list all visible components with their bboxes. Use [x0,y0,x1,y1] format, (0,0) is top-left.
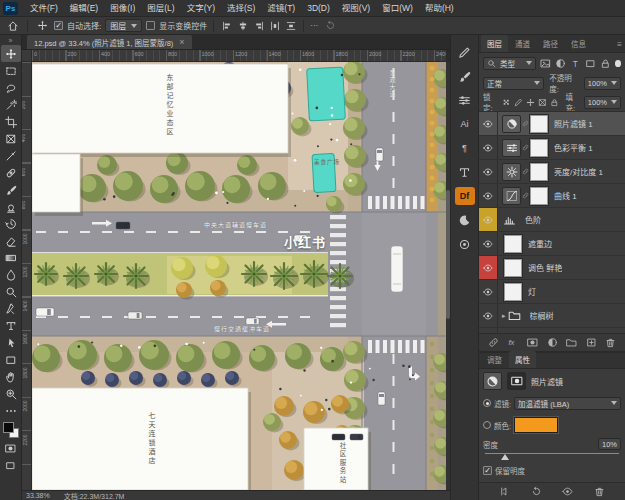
preserve-luminosity-checkbox[interactable]: ✓ [483,466,492,475]
tab-properties[interactable]: 属性 [509,351,536,368]
pen-tool[interactable] [1,300,21,317]
menu-7[interactable]: 滤镜(T) [261,0,301,17]
layer-row[interactable]: 曲线 1 [479,184,625,208]
marquee-tool[interactable] [1,62,21,79]
layer-thumbnail[interactable] [504,283,522,301]
layer-visibility-eye-icon[interactable] [479,184,498,207]
warming-filter-dropdown[interactable]: 加温滤镜 (LBA) [514,397,621,410]
panel-menu-icon[interactable]: ≡ [617,40,622,49]
lasso-tool[interactable] [1,79,21,96]
menu-10[interactable]: 窗口(W) [376,0,419,17]
foreground-color-swatch[interactable] [3,422,14,433]
eraser-tool[interactable] [1,232,21,249]
color-radio[interactable] [483,421,491,429]
adjustment-layer-icon[interactable] [547,337,558,348]
clone-stamp-tool[interactable] [1,198,21,215]
add-mask-icon[interactable] [527,337,538,348]
zoom-level[interactable]: 33.38% [26,492,50,499]
layer-mask-thumbnail[interactable] [530,163,548,181]
layer-visibility-eye-icon[interactable] [479,136,498,159]
history-brush-tool[interactable] [1,215,21,232]
new-group-icon[interactable] [566,337,577,348]
object-selection-tool[interactable] [1,96,21,113]
menu-3[interactable]: 图像(I) [104,0,141,17]
close-tab-icon[interactable]: × [179,37,184,47]
move-tool-icon[interactable] [34,19,50,33]
density-slider[interactable] [485,451,619,461]
panel-adjustments-icon[interactable] [455,91,475,109]
menu-5[interactable]: 文字(Y) [181,0,221,17]
layer-row[interactable]: 调色 鲜艳 [479,256,625,280]
menu-9[interactable]: 视图(V) [336,0,376,17]
tab-paths[interactable]: 路径 [537,35,564,52]
align-right-icon[interactable] [252,19,265,33]
gradient-tool[interactable] [1,249,21,266]
layer-visibility-eye-icon[interactable] [479,328,498,333]
adjustment-thumbnail-icon[interactable] [502,187,521,205]
panel-brushes-icon[interactable] [455,43,475,61]
layer-row[interactable]: ▸棕榈树 [479,304,625,328]
blend-mode-dropdown[interactable]: 正常 [483,77,544,90]
clip-to-layer-icon[interactable] [499,486,510,497]
type-tool[interactable] [1,317,21,334]
filter-radio[interactable] [483,399,491,407]
move-tool[interactable] [1,45,21,62]
auto-select-checkbox[interactable]: ✓ [54,21,63,30]
panel-brush-settings-icon[interactable] [455,67,475,85]
adjustment-thumbnail-icon[interactable] [502,163,521,181]
home-icon[interactable] [5,19,21,33]
pixel-layer-filter-icon[interactable] [539,57,552,70]
shape-tool[interactable] [1,351,21,368]
hand-tool[interactable] [1,368,21,385]
adjustment-thumbnail-icon[interactable] [502,139,521,157]
layer-thumbnail[interactable] [504,235,522,253]
auto-select-dropdown[interactable]: 图层 [105,19,142,32]
layer-row[interactable]: 色阶 [479,208,625,232]
layer-visibility-eye-icon[interactable] [479,304,498,327]
lock-artboard-icon[interactable] [537,96,548,109]
align-center-icon[interactable] [236,19,249,33]
dodge-tool[interactable] [1,283,21,300]
link-layers-icon[interactable] [488,337,499,348]
menu-11[interactable]: 帮助(H) [419,0,460,17]
zoom-tool[interactable] [1,385,21,402]
lock-pixels-icon[interactable] [513,96,524,109]
panel-paragraph[interactable]: ¶ [455,139,475,157]
eyedropper-tool[interactable] [1,147,21,164]
fill-dropdown[interactable]: 100% [584,96,621,109]
document-tab[interactable]: 12.psd @ 33.4% (照片滤镜 1, 图层蒙版/8) × [27,35,192,49]
layer-mask-thumbnail[interactable] [530,187,548,205]
panel-smart-object-icon[interactable] [455,235,475,253]
slider-thumb[interactable] [501,454,509,460]
layer-visibility-eye-icon[interactable] [479,208,498,231]
layer-row[interactable]: ▸ [479,328,625,333]
layer-visibility-eye-icon[interactable] [479,280,498,303]
layer-style-icon[interactable]: fx [507,337,518,348]
menu-2[interactable]: 编辑(E) [64,0,104,17]
filter-toggle[interactable] [615,60,621,67]
delete-adjustment-icon[interactable] [594,486,605,497]
layer-mask-thumbnail[interactable] [530,139,548,157]
filter-color-swatch[interactable] [514,417,558,433]
quick-mask-button[interactable] [1,440,21,457]
layer-visibility-eye-icon[interactable] [479,112,498,135]
screen-mode-button[interactable] [1,457,21,474]
collapse-tools-icon[interactable]: » [9,36,13,45]
panel-libraries-icon[interactable] [455,211,475,229]
edit-toolbar[interactable] [1,402,21,419]
group-expand-icon[interactable]: ▸ [502,312,506,320]
lock-all-icon[interactable] [549,96,560,109]
density-value[interactable]: 10% [598,438,621,450]
blur-tool[interactable] [1,266,21,283]
show-transform-checkbox[interactable]: ✓ [146,21,155,30]
layer-visibility-eye-icon[interactable] [479,160,498,183]
new-layer-icon[interactable] [586,337,597,348]
delete-layer-icon[interactable] [605,337,616,348]
layer-row[interactable]: 遮重边 [479,232,625,256]
lock-position-icon[interactable] [525,96,536,109]
frame-tool[interactable] [1,130,21,147]
healing-brush-tool[interactable] [1,164,21,181]
menu-4[interactable]: 图层(L) [141,0,180,17]
more-options-icon[interactable]: ··· [310,21,318,30]
layer-thumbnail[interactable] [504,259,522,277]
